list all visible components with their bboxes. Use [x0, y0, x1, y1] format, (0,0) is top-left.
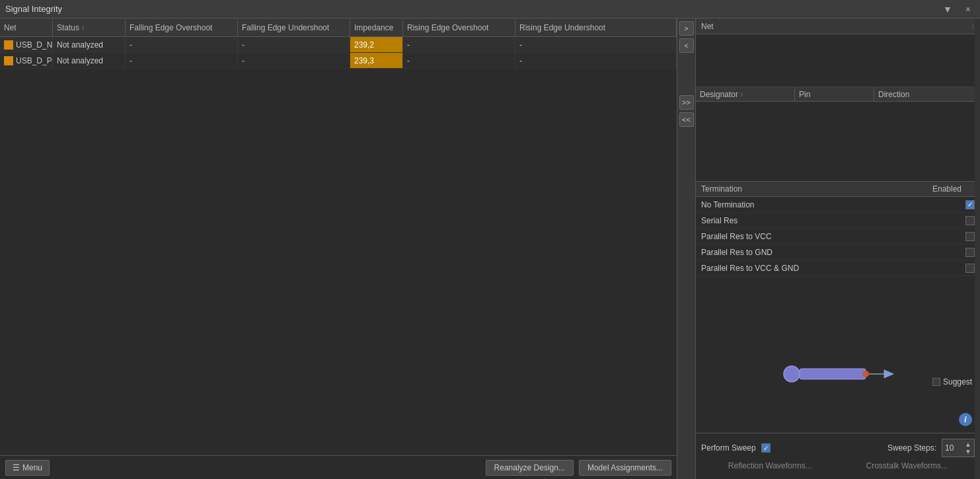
termination-check-parallel-vcc-gnd[interactable]: [965, 264, 975, 273]
termination-header: Termination Enabled: [696, 181, 980, 197]
right-bottom-controls: Perform Sweep ✓ Sweep Steps: 10 ▲ ▼ Refl…: [696, 433, 980, 479]
close-button[interactable]: ×: [961, 3, 975, 16]
sub-header-direction: Direction: [874, 87, 980, 101]
bottom-right: Reanalyze Design... Model Assignments...: [486, 460, 671, 476]
sub-header-pin: Pin: [795, 87, 874, 101]
cell-rising-overshoot-usb-d-n: -: [403, 37, 515, 52]
cell-rising-undershoot-usb-d-p: -: [515, 53, 677, 68]
bottom-bar: ☰ Menu Reanalyze Design... Model Assignm…: [0, 455, 677, 479]
col-header-falling-overshoot[interactable]: Falling Edge Overshoot: [126, 18, 238, 36]
nav-double-left-button[interactable]: <<: [679, 112, 694, 127]
right-sub-header: Designator ↕ Pin Direction: [696, 87, 980, 102]
termination-row-parallel-gnd[interactable]: Parallel Res to GND: [696, 244, 980, 260]
right-net-header: Net ↕: [696, 18, 980, 34]
cell-status-usb-d-p: Not analyzed: [53, 53, 126, 68]
title-bar: Signal Integrity ▼ ×: [0, 0, 980, 18]
menu-icon: ☰: [13, 463, 20, 472]
nav-right-button[interactable]: >: [679, 21, 694, 36]
termination-row-no-termination[interactable]: No Termination ✓: [696, 197, 980, 213]
circuit-diagram: [772, 348, 904, 400]
nav-panel: > < >> <<: [677, 18, 696, 479]
sub-header-designator: Designator ↕: [696, 87, 795, 101]
cell-rising-overshoot-usb-d-p: -: [403, 53, 515, 68]
termination-content: No Termination ✓ Serial Res Parallel Res…: [696, 197, 980, 315]
net-color-indicator: [4, 40, 13, 50]
title-bar-right: ▼ ×: [939, 3, 975, 16]
col-header-rising-overshoot[interactable]: Rising Edge Overshoot: [403, 18, 515, 36]
perform-sweep-checkbox[interactable]: ✓: [761, 443, 771, 453]
table-row[interactable]: USB_D_N Not analyzed - - 239,2 -: [0, 37, 677, 53]
nav-left-button[interactable]: <: [679, 38, 694, 53]
net-content-area: [696, 34, 980, 87]
cell-falling-overshoot-usb-d-p: -: [126, 53, 238, 68]
info-button[interactable]: i: [959, 413, 972, 426]
cell-net-usb-d-n: USB_D_N: [0, 37, 53, 52]
model-assignments-button[interactable]: Model Assignments...: [579, 460, 671, 476]
cell-impedance-usb-d-p: 239,3: [350, 53, 403, 68]
cell-rising-undershoot-usb-d-n: -: [515, 37, 677, 52]
right-panel: Net ↕ Designator ↕ Pin Direction Termina…: [696, 18, 980, 479]
svg-point-0: [784, 366, 800, 382]
svg-marker-4: [884, 370, 893, 378]
cell-falling-overshoot-usb-d-n: -: [126, 37, 238, 52]
designator-content-area: [696, 102, 980, 181]
table-body: USB_D_N Not analyzed - - 239,2 -: [0, 37, 677, 455]
reanalyze-button[interactable]: Reanalyze Design...: [486, 460, 574, 476]
col-header-status[interactable]: Status ↕: [53, 18, 126, 36]
app-title: Signal Integrity: [5, 4, 62, 14]
col-header-rising-undershoot[interactable]: Rising Edge Undershoot: [515, 18, 677, 36]
left-panel: Net Status ↕ Falling Edge Overshoot Fall…: [0, 18, 677, 479]
sweep-row: Perform Sweep ✓ Sweep Steps: 10 ▲ ▼: [701, 439, 975, 457]
status-sort-icon: ↕: [81, 24, 85, 31]
right-scrollbar[interactable]: [975, 18, 980, 479]
suggest-checkbox[interactable]: [932, 378, 940, 386]
termination-row-serial-res[interactable]: Serial Res: [696, 213, 980, 229]
termination-row-parallel-vcc-gnd[interactable]: Parallel Res to VCC & GND: [696, 260, 980, 276]
net-color-indicator: [4, 56, 13, 65]
table-row[interactable]: USB_D_P Not analyzed - - 239,3 -: [0, 53, 677, 69]
cell-falling-undershoot-usb-d-p: -: [238, 53, 350, 68]
menu-button[interactable]: ☰ Menu: [5, 460, 50, 476]
reflection-waveforms-button[interactable]: Reflection Waveforms...: [728, 461, 812, 470]
title-bar-left: Signal Integrity: [5, 4, 62, 14]
cell-status-usb-d-n: Not analyzed: [53, 37, 126, 52]
svg-rect-1: [800, 369, 866, 379]
sweep-steps-spinner[interactable]: ▲ ▼: [965, 441, 971, 455]
col-header-falling-undershoot[interactable]: Falling Edge Undershoot: [238, 18, 350, 36]
termination-check-parallel-vcc[interactable]: [965, 232, 975, 241]
crosstalk-waveforms-button[interactable]: Crosstalk Waveforms...: [866, 461, 948, 470]
col-header-net[interactable]: Net: [0, 18, 53, 36]
designator-sort-icon: ↕: [740, 91, 743, 98]
termination-check-no-termination[interactable]: ✓: [965, 200, 975, 209]
termination-row-parallel-vcc[interactable]: Parallel Res to VCC: [696, 229, 980, 244]
cell-net-usb-d-p: USB_D_P: [0, 53, 53, 68]
bottom-left: ☰ Menu: [5, 460, 50, 476]
waveforms-row: Reflection Waveforms... Crosstalk Wavefo…: [701, 461, 975, 470]
termination-check-serial-res[interactable]: [965, 216, 975, 225]
svg-point-2: [862, 371, 869, 377]
table-header: Net Status ↕ Falling Edge Overshoot Fall…: [0, 18, 677, 37]
circuit-diagram-section: Suggest i: [696, 315, 980, 433]
cell-falling-undershoot-usb-d-n: -: [238, 37, 350, 52]
main-layout: Net Status ↕ Falling Edge Overshoot Fall…: [0, 18, 980, 479]
menu-dropdown-icon[interactable]: ▼: [939, 3, 956, 16]
col-header-impedance[interactable]: Impedance: [350, 18, 403, 36]
termination-check-parallel-gnd[interactable]: [965, 248, 975, 257]
nav-double-right-button[interactable]: >>: [679, 95, 694, 110]
sweep-steps-input[interactable]: 10 ▲ ▼: [942, 439, 975, 457]
suggest-area: Suggest: [932, 377, 972, 387]
cell-impedance-usb-d-n: 239,2: [350, 37, 403, 52]
